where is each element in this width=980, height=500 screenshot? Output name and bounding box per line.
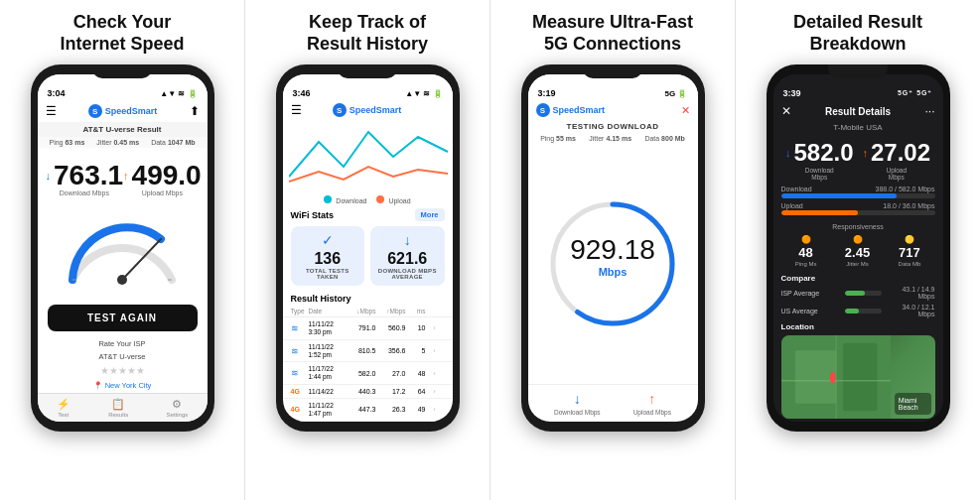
p1-stat-data: Data 1047 Mb [151,139,195,146]
p3-stat-ping: Ping 55 ms [540,135,576,142]
p4-bar-dl-label-left: Download [781,186,812,192]
p2-wifi-cards: ✓ 136 TOTAL TESTSTAKEN ↓ 621.6 DOWNLOAD … [283,223,453,289]
p4-metric-jitter: 🟠 2.45 Jitter Ms [845,235,870,267]
panel-check-speed: Check Your Internet Speed 3:04 ▲▼ ≋ 🔋 ☰ … [0,0,245,500]
tab-home[interactable]: ⚡ Test [57,398,70,418]
table-row[interactable]: ≋ 11/11/221:52 pm 810.5 356.6 5 › [283,340,453,363]
p1-gauge-area [38,200,208,299]
p4-more-btn[interactable]: ··· [924,104,934,118]
row4-arrow: › [426,388,436,395]
p4-compare-title: Compare [773,271,943,284]
p4-isp-name: T-Mobile USA [773,122,943,133]
row1-date: 11/11/223:30 pm [309,320,347,336]
p4-bar-dl-row: Download 388.0 / 582.0 Mbps [781,186,935,198]
p3-ul-arrow-icon: ↑ [648,391,655,407]
table-row[interactable]: ≋ 11/17/221:44 pm 582.0 27.0 48 › [283,362,453,385]
wifi-card-avg-val: 621.6 [387,250,427,268]
p4-metric-data: 🟡 717 Data Mb [899,235,921,267]
row4-type-icon: 4G [291,388,309,395]
test-again-button[interactable]: TEST AGAIN [48,305,198,331]
th-arrow [426,308,436,314]
panel-5g: Measure Ultra-Fast 5G Connections 3:19 5… [490,0,736,500]
p1-share-icon[interactable]: ⬆ [190,104,200,118]
p3-close-icon[interactable]: ✕ [681,104,690,117]
p4-close-btn[interactable]: ✕ [781,104,791,118]
phone-screen-2: 3:46 ▲▼ ≋ 🔋 ☰ S SpeedSmart [283,74,453,422]
speedsmart-logo-3: S SpeedSmart [536,103,606,117]
row2-date: 11/11/221:52 pm [309,343,347,359]
speedsmart-logo-1: S SpeedSmart [88,104,158,118]
wifi-card-avg-label: DOWNLOAD MBPSAVERAGE [378,268,437,280]
row4-ms: 64 [406,388,426,395]
row3-type-icon: ≋ [291,368,309,378]
panel3-title: Measure Ultra-Fast 5G Connections [532,12,693,55]
p1-isp-bar: AT&T U-verse Result [38,122,208,137]
p2-wifi-header: WiFi Stats More [283,206,453,223]
row3-ul: 27.0 [376,370,406,377]
logo-icon-3: S [536,103,550,117]
logo-text-2: SpeedSmart [350,105,402,115]
table-row[interactable]: ≋ 11/11/223:30 pm 791.0 560.9 10 › [283,317,453,340]
panel4-title: Detailed Result Breakdown [793,12,922,55]
p1-dl-value: 763.1 [54,162,123,189]
table-row[interactable]: 4G 11/11/221:47 pm 447.3 26.3 49 › [283,399,453,422]
row5-dl: 447.3 [347,406,376,413]
p4-bar-ul-label-left: Upload [781,202,803,209]
legend-download: Download [324,195,366,204]
p3-status-icons: 5G 🔋 [665,89,688,98]
p4-ping-val: 48 [798,245,812,260]
phone-screen-3: 3:19 5G 🔋 S SpeedSmart ✕ TESTING DOWNLOA… [528,74,698,422]
p3-stat-jitter: Jitter 4.15 ms [589,135,631,142]
p1-isp-name: AT&T U-verse [38,350,208,363]
p4-compare-us: US Average 34.0 / 12.1 Mbps [773,302,943,319]
p4-isp-avg-val: 43.1 / 14.9 Mbps [886,286,935,300]
row2-type-icon: ≋ [291,346,309,356]
svg-rect-9 [794,350,835,403]
phone-frame-3: 3:19 5G 🔋 S SpeedSmart ✕ TESTING DOWNLOA… [521,64,705,432]
phone-screen-1: 3:04 ▲▼ ≋ 🔋 ☰ S SpeedSmart ⬆ AT&T U-vers… [38,74,208,422]
p3-gauge-area: 929.18 Mbps [528,144,698,384]
svg-text:Mbps: Mbps [599,266,628,278]
speedsmart-logo-2: S SpeedSmart [333,103,402,117]
results-icon: 📋 [111,398,125,411]
tab-results[interactable]: 📋 Results [108,398,128,418]
row1-type-icon: ≋ [291,323,309,333]
logo-text-1: SpeedSmart [105,106,158,116]
home-icon: ⚡ [57,398,70,411]
p4-location-title: Location [773,319,943,332]
wifi-card-tests-label: TOTAL TESTSTAKEN [306,268,350,280]
p2-menu-icon[interactable]: ☰ [291,103,302,117]
wifi-card-tests: ✓ 136 TOTAL TESTSTAKEN [291,226,365,286]
p2-time: 3:46 [293,88,311,98]
p1-header: ☰ S SpeedSmart ⬆ [38,100,208,122]
p1-menu-icon[interactable]: ☰ [46,104,57,118]
phone-notch-3 [583,64,642,78]
row2-ms: 5 [406,347,426,354]
phone-frame-4: 3:39 5G⁺ 5G⁺ ✕ Result Details ··· T-Mobi… [767,64,950,432]
p2-more-btn[interactable]: More [415,208,445,221]
logo-icon-2: S [333,103,347,117]
table-row[interactable]: 4G 11/14/22 440.3 17.2 64 › [283,385,453,399]
phone-frame-2: 3:46 ▲▼ ≋ 🔋 ☰ S SpeedSmart [276,64,460,432]
row5-type-icon: 4G [291,406,309,413]
p3-header: S SpeedSmart ✕ [528,100,698,120]
p1-dl-icon: ↓ [46,170,52,182]
p4-badges: 5G⁺ 5G⁺ [898,89,933,97]
responsiveness-label: Responsiveness [773,222,943,231]
panel2-title: Keep Track of Result History [307,12,428,55]
settings-icon: ⚙ [172,398,182,411]
legend-upload-dot [376,195,384,203]
p1-stats-bar: Ping 63 ms Jitter 0.45 ms Data 1047 Mb [38,137,208,148]
p4-ping-label: Ping Ms [795,261,817,267]
p3-testing-label: TESTING DOWNLOAD [528,120,698,133]
wifi-card-dl-icon: ↓ [404,232,411,248]
p4-us-bar-fill [845,309,860,313]
p2-header: ☰ S SpeedSmart [283,100,453,120]
th-type: Type [291,308,309,314]
p1-time: 3:04 [48,88,66,98]
p4-metric-ping: 🟠 48 Ping Ms [795,235,817,267]
ping-icon: 🟠 [801,235,811,244]
row5-ms: 49 [406,406,426,413]
tab-settings[interactable]: ⚙ Settings [167,398,189,418]
row2-arrow: › [426,347,436,354]
